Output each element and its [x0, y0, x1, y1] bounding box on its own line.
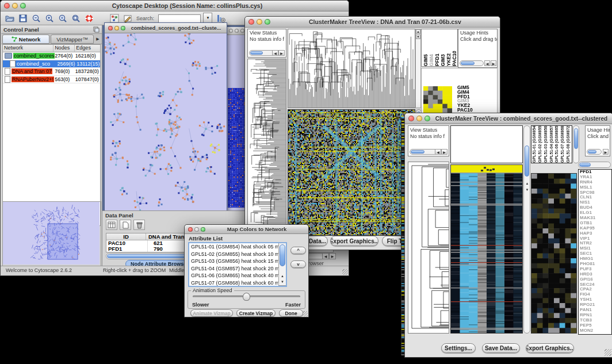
- new-attribute-icon[interactable]: [120, 220, 131, 230]
- gene-label[interactable]: MON2: [580, 328, 611, 334]
- move-down-button[interactable]: v: [290, 260, 306, 268]
- scroll-left-button[interactable]: ◀: [322, 253, 329, 259]
- save-data-button[interactable]: Save Data...: [482, 343, 520, 353]
- view-status-hscrollbar[interactable]: [410, 149, 438, 155]
- scroll-right-button[interactable]: ▶: [603, 149, 609, 155]
- close-button[interactable]: [248, 19, 254, 25]
- close-button[interactable]: [188, 227, 193, 232]
- treeview2-titlebar[interactable]: ClusterMaker TreeView : combined_scores_…: [405, 113, 612, 124]
- dialog-titlebar[interactable]: Map Colors to Network: [185, 225, 308, 234]
- tab-network[interactable]: Network: [2, 35, 49, 44]
- tv2-vscrollbar[interactable]: ▲ ▼: [523, 125, 530, 334]
- col-network[interactable]: Network: [3, 45, 53, 52]
- tv1-row-dendrogram[interactable]: [247, 59, 286, 236]
- attribute-item[interactable]: GPL51-07 (GSM868) heat shock 60 min: [191, 279, 286, 287]
- animate-vizmap-button[interactable]: Animate Vizmap: [190, 309, 233, 317]
- zoom-button[interactable]: [265, 19, 270, 25]
- zoom-in-icon[interactable]: [45, 14, 54, 23]
- scroll-down-button[interactable]: ▼: [280, 279, 285, 285]
- network-row[interactable]: RNAPuberNov2+!563(0)107847(0): [3, 76, 100, 84]
- zoom-button[interactable]: [424, 116, 430, 121]
- zoom-fit-icon[interactable]: [71, 14, 81, 23]
- zoom-selected-icon[interactable]: [58, 14, 67, 23]
- attribute-item[interactable]: GPL51-01 (GSM854) heat shock 05 min: [191, 243, 286, 251]
- scroll-right-button[interactable]: ▶: [441, 149, 447, 155]
- plugins-chart-icon[interactable]: [216, 14, 225, 23]
- attribute-item[interactable]: GPL51-03 (GSM856) heat shock 15 min: [191, 258, 286, 265]
- network-row[interactable]: combined_scores2764(0)16218(0): [3, 52, 100, 60]
- move-up-button[interactable]: ^: [290, 247, 306, 254]
- annotation-icon[interactable]: [123, 14, 132, 23]
- scroll-up-button[interactable]: ▲: [280, 273, 285, 279]
- minimize-button[interactable]: [114, 26, 119, 30]
- scroll-up-button[interactable]: ▲: [525, 181, 530, 186]
- export-graphics-button[interactable]: Export Graphics...: [330, 236, 378, 246]
- scroll-right-button[interactable]: ▶: [329, 253, 336, 259]
- attribute-item[interactable]: GPL51-06 (GSM865) heat shock 40 min: [191, 272, 286, 279]
- export-graphics-button[interactable]: Export Graphics...: [526, 343, 574, 353]
- tv2-global-heatmap[interactable]: [450, 164, 523, 334]
- vscrollbar-thumb[interactable]: [280, 244, 285, 266]
- tv2-labels-vscrollbar[interactable]: [573, 125, 579, 163]
- zoom-out-icon[interactable]: [32, 14, 41, 23]
- network-overview-panel[interactable]: [2, 201, 101, 266]
- network-row[interactable]: DNA and Tran 07769(0)183728(0): [3, 68, 100, 76]
- resize-grip[interactable]: [303, 311, 308, 316]
- network-row[interactable]: combined_sco2569(6)13112(15): [3, 60, 100, 68]
- scroll-left-button[interactable]: ◀: [435, 149, 441, 155]
- open-file-icon[interactable]: [5, 14, 14, 23]
- close-button[interactable]: [108, 26, 113, 30]
- slider-thumb[interactable]: [243, 293, 250, 301]
- vizmapper-icon[interactable]: [110, 14, 119, 23]
- done-button[interactable]: Done: [279, 309, 303, 317]
- col-edges[interactable]: Edges: [75, 45, 100, 52]
- attribute-list-vscrollbar[interactable]: ▲ ▼: [278, 243, 286, 286]
- save-icon[interactable]: [18, 14, 28, 23]
- usage-hints-hscrollbar[interactable]: [587, 149, 602, 155]
- minimize-button[interactable]: [194, 227, 199, 232]
- scroll-right-button[interactable]: ▶: [278, 50, 285, 56]
- main-titlebar[interactable]: Cytoscape Desktop (Session Name: collins…: [1, 1, 349, 12]
- tab-overflow-button[interactable]: ▶: [94, 34, 102, 44]
- create-vizmap-button[interactable]: Create Vizmap: [236, 309, 276, 317]
- scroll-left-button[interactable]: ◀: [272, 50, 278, 56]
- minimize-button[interactable]: [257, 19, 262, 25]
- col-nodes[interactable]: Nodes: [53, 45, 75, 52]
- attribute-item[interactable]: GPL51-04 (GSM857) heat shock 20 min: [191, 265, 286, 273]
- tv1-column-dendrogram[interactable]: [288, 29, 415, 108]
- minimize-button[interactable]: [235, 29, 239, 33]
- network-overview-canvas[interactable]: [3, 202, 100, 265]
- zoom-button[interactable]: [240, 29, 244, 33]
- tab-vizmapper[interactable]: VizMapper™: [51, 35, 94, 44]
- close-button[interactable]: [408, 116, 414, 121]
- gene-list[interactable]: PFD1YRA1RNR4MSL1SPC98CLN1NIS1BUD4ELG1MAK…: [578, 169, 612, 335]
- tv2-row-dendrogram[interactable]: [408, 162, 449, 334]
- network-view-canvas[interactable]: [105, 33, 225, 210]
- vscrollbar-thumb[interactable]: [574, 128, 578, 149]
- settings-button[interactable]: Settings...: [441, 343, 476, 353]
- id-column-header[interactable]: ID: [106, 233, 146, 240]
- zoom-button[interactable]: [20, 3, 26, 9]
- attribute-table-icon[interactable]: [106, 220, 117, 230]
- usage-hints-hscrollbar[interactable]: [460, 60, 484, 66]
- zoom-button[interactable]: [121, 26, 125, 30]
- resize-grip[interactable]: [605, 349, 611, 356]
- close-button[interactable]: [4, 3, 10, 9]
- treeview1-titlebar[interactable]: ClusterMaker TreeView : DNA and Tran 07-…: [245, 17, 500, 28]
- resize-grip[interactable]: [342, 269, 348, 275]
- gene-list-hscrollbar[interactable]: [578, 162, 611, 168]
- scroll-down-button[interactable]: ▼: [416, 35, 420, 39]
- delete-attribute-icon[interactable]: [133, 220, 145, 230]
- tv1-detail-heatmap[interactable]: [423, 86, 452, 113]
- vscrollbar-thumb[interactable]: [525, 145, 529, 177]
- float-panel-icon[interactable]: [93, 26, 100, 33]
- close-button[interactable]: [229, 29, 233, 33]
- scroll-down-button[interactable]: ▼: [525, 187, 530, 192]
- search-dropdown-button[interactable]: ▼: [203, 13, 212, 23]
- tv2-detail-heatmap[interactable]: [531, 173, 577, 334]
- attribute-listbox[interactable]: GPL51-01 (GSM854) heat shock 05 minGPL51…: [188, 242, 287, 287]
- minimize-button[interactable]: [416, 116, 422, 121]
- tv1-global-heatmap[interactable]: [288, 109, 415, 236]
- zoom-button[interactable]: [201, 227, 205, 232]
- attribute-item[interactable]: GPL51-02 (GSM855) heat shock 10 min: [191, 251, 286, 258]
